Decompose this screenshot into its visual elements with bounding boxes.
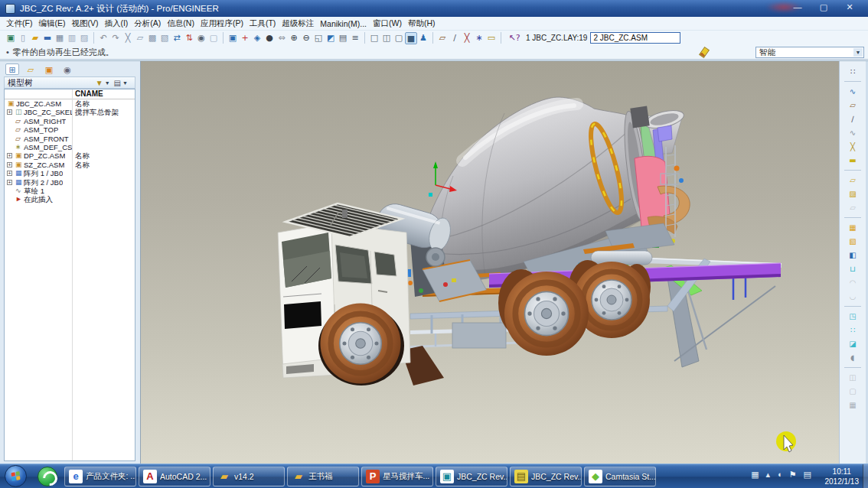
repaint-icon[interactable]: ▣ (227, 32, 239, 44)
expand-icon[interactable]: + (7, 171, 12, 176)
pan-zoom-icon[interactable]: ⇔ (276, 32, 288, 44)
expand-icon[interactable]: + (7, 162, 12, 168)
expand-icon[interactable]: + (7, 153, 12, 158)
tree-item-JBC_ZC_SKEL.[interactable]: +◫JBC_ZC_SKEL.搅拌车总骨架 (5, 108, 135, 116)
paste-special-icon[interactable]: ▧ (158, 32, 171, 44)
rib-icon[interactable]: ▢ (847, 386, 859, 397)
datum-csys-icon[interactable]: ∗ (473, 32, 485, 44)
menu-item-9[interactable]: 超级标注 (282, 18, 314, 29)
sketch-tool-icon[interactable]: ∿ (847, 86, 859, 97)
plane-tool-icon[interactable]: ▱ (847, 99, 859, 111)
tree-item-ASM_RIGHT[interactable]: ▱ASM_RIGHT (5, 117, 135, 125)
active-model-box[interactable]: 2 JBC_ZC.ASM (590, 32, 680, 44)
shaded-icon[interactable]: ■ (405, 32, 417, 44)
hole-icon[interactable]: ⊔ (847, 263, 859, 275)
hidden-line-icon[interactable]: ◫ (380, 32, 393, 44)
pattern-tool-icon[interactable]: ▦ (847, 399, 859, 411)
menu-item-4[interactable]: 插入(I) (104, 18, 128, 29)
tree-item-label[interactable]: 阵列 2 / JB0 (24, 178, 63, 187)
tree-item-ASM_DEF_CSYS[interactable]: ∗ASM_DEF_CSYS (5, 143, 135, 151)
select-box-icon[interactable]: ▢ (207, 32, 220, 44)
menu-item-6[interactable]: 信息(N) (167, 18, 194, 29)
tree-item-在此插入[interactable]: ►在此插入 (5, 195, 135, 203)
spin-center-icon[interactable]: + (239, 32, 251, 44)
expand-icon[interactable]: + (7, 109, 12, 115)
zoom-in-icon[interactable]: ⊕ (288, 32, 300, 44)
taskbar-clock[interactable]: 10:112012/1/13 (825, 467, 860, 486)
maximize-button[interactable]: ▢ (816, 2, 831, 12)
layers-icon[interactable]: ▤ (337, 32, 349, 44)
start-button[interactable] (5, 465, 27, 487)
tree-item-label[interactable]: ASM_FRONT (24, 135, 69, 143)
context-help-icon[interactable]: ↖? (504, 32, 524, 44)
connections-tab[interactable]: ◉ (60, 63, 74, 75)
favorites-tab[interactable]: ▣ (42, 63, 56, 75)
view-manager-icon[interactable]: ≡ (349, 32, 361, 44)
tree-item-SZ_ZC.ASM[interactable]: +▣SZ_ZC.ASM名称 (5, 161, 135, 169)
blend-icon[interactable]: ◖ (847, 352, 859, 363)
copy-icon[interactable]: ▱ (134, 32, 146, 44)
paste-icon[interactable]: ▩ (146, 32, 158, 44)
tree-item-DP_ZC.ASM[interactable]: +▣DP_ZC.ASM名称 (5, 151, 135, 160)
ref-plane-icon[interactable]: ▱ (847, 174, 859, 186)
package-icon[interactable]: ◧ (847, 249, 859, 261)
tree-item-label[interactable]: ASM_RIGHT (24, 117, 66, 125)
tree-item-label[interactable]: SZ_ZC.ASM (24, 161, 64, 169)
tree-item-ASM_FRONT[interactable]: ▱ASM_FRONT (5, 135, 135, 143)
ref-plane2-icon[interactable]: ▨ (847, 188, 859, 200)
proe-window-icon[interactable]: ▣ (5, 32, 17, 44)
tree-item-JBC_ZC.ASM[interactable]: ▣JBC_ZC.ASM名称 (5, 99, 135, 108)
sweep-icon[interactable]: ◪ (847, 338, 859, 350)
tree-item-阵列 1 / JB0[interactable]: +▦阵列 1 / JB0 (5, 169, 135, 177)
network-icon[interactable]: ▤ (804, 470, 811, 480)
datum-planes-icon[interactable]: ▱ (436, 32, 449, 44)
save-file-icon[interactable]: ▬ (41, 32, 54, 44)
menu-item-12[interactable]: 帮助(H) (408, 18, 436, 29)
browser-icon[interactable] (38, 467, 57, 486)
up-arrow-icon[interactable]: ▴ (766, 470, 771, 480)
taskbar-button-2[interactable]: AAutoCAD 2... (139, 467, 210, 486)
create-component-icon[interactable]: ▧ (847, 236, 859, 247)
taskbar-button-8[interactable]: ◆Camtasia St... (584, 467, 656, 486)
menu-item-10[interactable]: Manikin(M)... (320, 19, 367, 28)
camera-icon[interactable]: ▦ (751, 470, 759, 480)
taskbar-button-1[interactable]: e产品文件夹: ... (64, 467, 136, 486)
csys-tool-icon[interactable]: ╳ (847, 141, 859, 152)
shade-icon[interactable]: ● (263, 32, 276, 44)
taskbar-button-3[interactable]: ▰v14.2 (213, 467, 285, 486)
plot-icon[interactable]: ▨ (78, 32, 90, 44)
undo-icon[interactable]: ↶ (97, 32, 109, 44)
tree-item-label[interactable]: JBC_ZC.ASM (16, 99, 61, 108)
revolve-icon[interactable]: ∷ (847, 324, 859, 336)
model-tree-tab[interactable]: ⊞ (5, 63, 19, 75)
tree-settings-icon[interactable]: ▤ (114, 79, 121, 87)
open-file-icon[interactable]: ▰ (29, 32, 41, 44)
taskbar-button-5[interactable]: P星马搅拌车... (361, 467, 433, 486)
menu-item-5[interactable]: 分析(A) (134, 18, 161, 29)
tree-item-label[interactable]: 草绘 1 (24, 187, 44, 195)
show-desktop-button[interactable] (863, 464, 868, 488)
menu-item-2[interactable]: 编辑(E) (38, 18, 65, 29)
3d-model-mixer-truck[interactable] (141, 61, 840, 464)
datum-axes-icon[interactable]: ∕ (449, 32, 461, 44)
taskbar-button-4[interactable]: ▰王书福 (287, 467, 359, 486)
curve-tool-icon[interactable]: ∿ (847, 127, 859, 138)
tree-item-label[interactable]: JBC_ZC_SKEL. (24, 108, 72, 116)
expand-icon[interactable]: + (7, 180, 12, 185)
redo-icon[interactable]: ↷ (109, 32, 122, 44)
assemble-icon[interactable]: ▦ (847, 222, 859, 233)
refit-icon[interactable]: ◱ (312, 32, 325, 44)
tree-item-label[interactable]: ASM_DEF_CSYS (24, 143, 72, 151)
new-file-icon[interactable]: ▯ (17, 32, 29, 44)
coord-tool-icon[interactable]: ▬ (847, 155, 859, 166)
tree-item-ASM_TOP[interactable]: ▱ASM_TOP (5, 125, 135, 134)
taskbar-button-7[interactable]: ▤JBC_ZC Rev... (510, 467, 582, 486)
chevron-down-icon[interactable]: ▼ (853, 48, 863, 57)
regenerate-icon[interactable]: ⇄ (171, 32, 183, 44)
tree-item-label[interactable]: 阵列 1 / JB0 (24, 169, 63, 177)
taskbar-button-6[interactable]: ▣JBC_ZC Rev... (436, 467, 507, 486)
menu-item-7[interactable]: 应用程序(P) (201, 18, 243, 29)
menu-item-1[interactable]: 文件(F) (6, 18, 32, 29)
action-center-icon[interactable]: ⚑ (789, 470, 797, 480)
manikin-icon[interactable]: ♟ (417, 32, 429, 44)
